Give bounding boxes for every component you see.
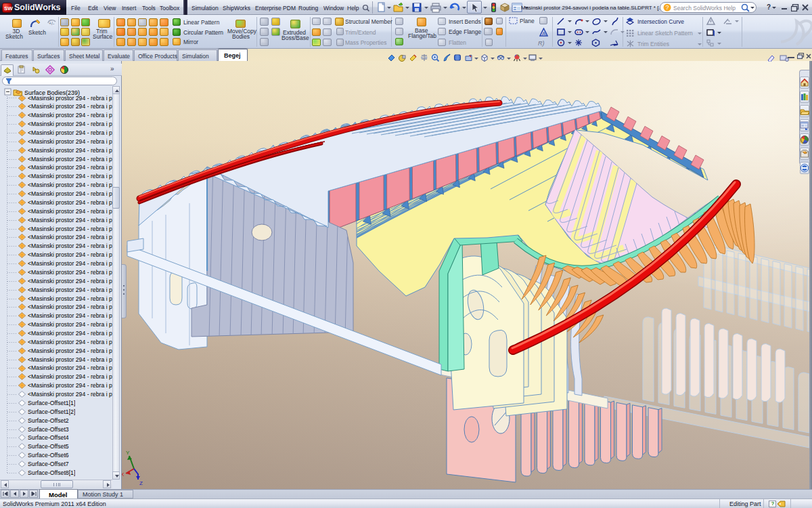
svg-text:X: X [122, 471, 125, 478]
svg-text:?: ? [666, 4, 669, 11]
svg-text:Z: Z [139, 480, 143, 486]
svg-text:Y: Y [126, 450, 130, 456]
svg-text:R): R) [538, 40, 545, 47]
svg-text:A: A [542, 30, 546, 37]
svg-text:+/-: +/- [49, 21, 55, 26]
